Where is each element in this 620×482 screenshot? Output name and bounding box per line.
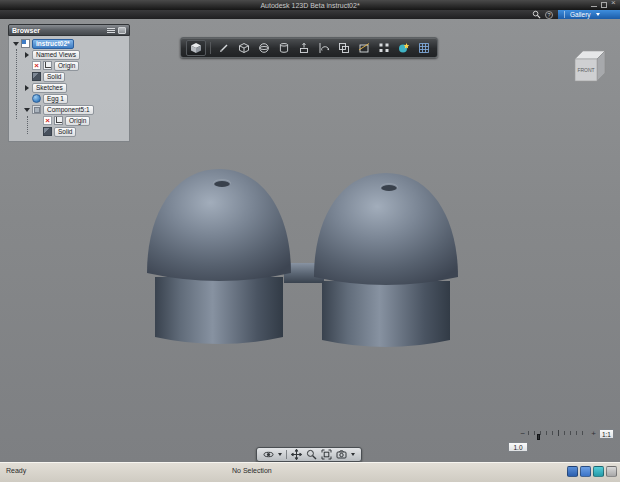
origin-axes-icon	[54, 116, 63, 125]
zoom-slider-handle[interactable]	[537, 434, 540, 440]
tree-item-label[interactable]: Component5:1	[43, 105, 94, 115]
pan-icon[interactable]	[291, 449, 302, 460]
tree-item-solid[interactable]: Solid	[11, 126, 127, 137]
browser-tree: instruct02* Named Views Origin Solid Ske…	[8, 36, 130, 142]
tree-item-label[interactable]: Sketches	[32, 83, 67, 93]
zoom-control: − + 1:1 1.0	[492, 428, 614, 452]
status-selection-text: No Selection	[232, 467, 272, 474]
navbar-separator	[286, 450, 287, 459]
tree-item-label[interactable]: Solid	[43, 72, 65, 82]
primitive-sphere-icon[interactable]	[255, 40, 272, 56]
title-bar: Autodesk 123D Beta instruct02*	[0, 0, 620, 10]
panel-menu-icon[interactable]	[107, 27, 115, 34]
tree-item-label[interactable]: Origin	[54, 61, 79, 71]
chevron-down-icon[interactable]	[351, 453, 355, 456]
left-dome-body[interactable]	[147, 169, 291, 344]
caret-spacer	[24, 74, 30, 80]
origin-axes-icon	[43, 61, 52, 70]
zoom-in-icon[interactable]: +	[591, 429, 596, 439]
document-icon	[21, 39, 30, 48]
tree-item-label[interactable]: Solid	[54, 127, 76, 137]
tree-item-label[interactable]: Named Views	[32, 50, 80, 60]
status-badges	[567, 466, 617, 477]
close-icon[interactable]	[611, 2, 617, 8]
caret-spacer	[24, 96, 30, 102]
zoom-ratio-button[interactable]: 1:1	[599, 429, 614, 439]
panel-float-icon[interactable]	[118, 27, 126, 34]
gallery-label: Gallery	[570, 11, 591, 18]
caret-right-icon[interactable]	[24, 85, 30, 91]
navigation-bar	[256, 447, 362, 462]
status-badge-gray-icon[interactable]	[606, 466, 617, 477]
pattern-icon[interactable]	[375, 40, 392, 56]
sketch-pen-icon[interactable]	[215, 40, 232, 56]
tree-item-label[interactable]: Egg 1	[43, 94, 68, 104]
primitives-menu-icon[interactable]	[186, 40, 206, 56]
snap-grid-icon[interactable]	[415, 40, 432, 56]
chevron-down-icon	[596, 13, 600, 16]
caret-right-icon[interactable]	[24, 52, 30, 58]
split-icon[interactable]	[355, 40, 372, 56]
chevron-down-icon[interactable]	[278, 453, 282, 456]
solid-cube-icon	[43, 127, 52, 136]
primitive-cylinder-icon[interactable]	[275, 40, 292, 56]
tree-item-origin[interactable]: Origin	[11, 115, 127, 126]
zoom-slider-center-tick	[558, 430, 559, 436]
tree-item-label[interactable]: instruct02*	[32, 39, 74, 49]
window-title: Autodesk 123D Beta instruct02*	[260, 2, 359, 9]
view-cube[interactable]: FRONT	[568, 45, 612, 91]
caret-spacer	[24, 63, 30, 69]
revolve-icon[interactable]	[315, 40, 332, 56]
viewcube-front-label: FRONT	[577, 67, 594, 73]
status-ready-text: Ready	[6, 467, 26, 474]
caret-down-icon[interactable]	[13, 41, 19, 47]
search-icon[interactable]	[532, 10, 541, 19]
fit-view-icon[interactable]	[321, 449, 332, 460]
browser-panel-header[interactable]: Browser	[8, 24, 130, 36]
browser-panel-title: Browser	[12, 27, 40, 34]
extrude-icon[interactable]	[295, 40, 312, 56]
browser-panel: Browser instruct02* Named Views Origin	[8, 24, 130, 142]
right-dome-body[interactable]	[314, 173, 458, 347]
zoom-value-field[interactable]: 1.0	[508, 442, 528, 452]
zoom-out-icon[interactable]: −	[521, 429, 526, 439]
caret-down-icon[interactable]	[24, 107, 30, 113]
help-icon[interactable]: ?	[545, 11, 553, 19]
tree-item-label[interactable]: Origin	[65, 116, 90, 126]
tree-item-named-views[interactable]: Named Views	[11, 49, 127, 60]
tree-item-document[interactable]: instruct02*	[11, 38, 127, 49]
status-badge-lightblue-icon[interactable]	[580, 466, 591, 477]
status-badge-teal-icon[interactable]	[593, 466, 604, 477]
menu-bar: ? Gallery	[0, 10, 620, 19]
main-toolbar	[180, 37, 438, 58]
viewport-canvas[interactable]: Browser instruct02* Named Views Origin	[0, 19, 620, 462]
orbit-icon[interactable]	[263, 449, 274, 460]
gallery-button[interactable]: Gallery	[558, 10, 620, 19]
zoom-slider[interactable]	[528, 430, 588, 438]
window-controls	[591, 2, 617, 8]
tree-item-solid[interactable]: Solid	[11, 71, 127, 82]
component-icon	[32, 105, 41, 114]
camera-icon[interactable]	[336, 449, 347, 460]
zoom-icon[interactable]	[306, 449, 317, 460]
maximize-icon[interactable]	[601, 2, 607, 8]
hidden-red-x-icon[interactable]	[43, 116, 52, 125]
minimize-icon[interactable]	[591, 2, 597, 8]
solid-cube-icon	[32, 72, 41, 81]
egg-icon	[32, 94, 41, 103]
primitive-box-icon[interactable]	[235, 40, 252, 56]
material-icon[interactable]	[395, 40, 412, 56]
caret-spacer	[35, 118, 41, 124]
caret-spacer	[35, 129, 41, 135]
tree-item-component[interactable]: Component5:1	[11, 104, 127, 115]
tree-item-egg[interactable]: Egg 1	[11, 93, 127, 104]
combine-icon[interactable]	[335, 40, 352, 56]
tree-item-origin[interactable]: Origin	[11, 60, 127, 71]
toolbar-separator	[210, 42, 211, 54]
hidden-red-x-icon[interactable]	[32, 61, 41, 70]
tree-item-sketches[interactable]: Sketches	[11, 82, 127, 93]
status-bar: Ready No Selection	[0, 462, 620, 482]
status-badge-blue-icon[interactable]	[567, 466, 578, 477]
gallery-divider	[564, 11, 565, 18]
